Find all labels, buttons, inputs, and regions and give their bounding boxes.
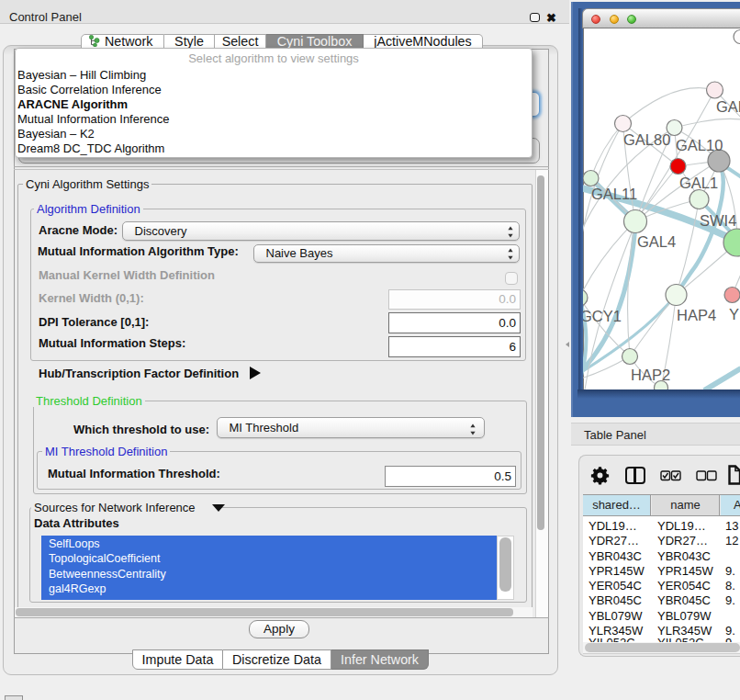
- svg-text:GAL10: GAL10: [676, 137, 723, 153]
- svg-text:HAP2: HAP2: [631, 367, 670, 383]
- svg-text:GAL11: GAL11: [591, 186, 637, 202]
- svg-text:GAL1: GAL1: [679, 175, 718, 191]
- svg-text:Y: Y: [729, 306, 739, 322]
- svg-text:GCY1: GCY1: [583, 308, 622, 324]
- svg-text:GAL2: GAL2: [716, 98, 740, 115]
- svg-text:SWI4: SWI4: [700, 212, 736, 229]
- svg-text:HAP4: HAP4: [677, 307, 716, 323]
- svg-text:GAL80: GAL80: [623, 131, 670, 148]
- svg-text:GAL4: GAL4: [637, 233, 676, 250]
